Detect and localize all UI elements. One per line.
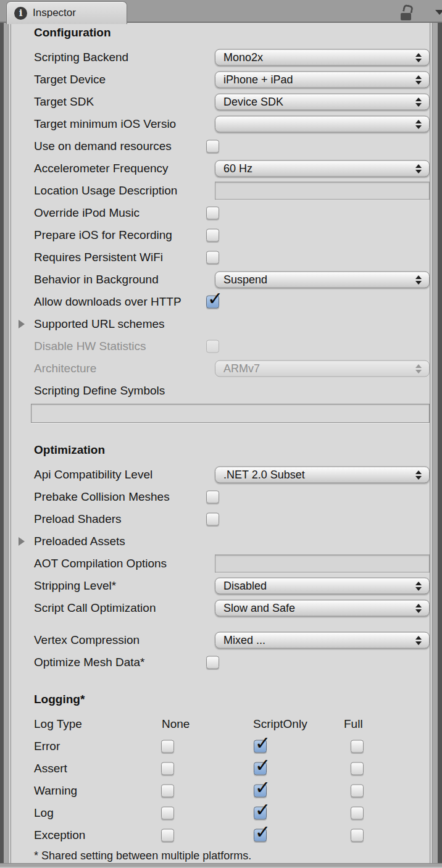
log-none-checkbox[interactable] [161, 807, 174, 820]
dropdown-arrows-icon [415, 582, 422, 591]
field-label: Location Usage Description [34, 184, 177, 198]
lock-body [401, 13, 411, 20]
lock-icon[interactable] [399, 5, 412, 20]
unity-inspector-window: { "icons": { "info": "i", "check": "✓" }… [0, 0, 442, 868]
error-none-checkbox[interactable] [161, 740, 174, 753]
row-target-sdk: Target SDK Device SDK [11, 91, 430, 113]
check-icon: ✓ [255, 801, 270, 819]
check-icon: ✓ [255, 756, 270, 775]
row-override-ipod: Override iPod Music [11, 202, 430, 224]
warning-scriptonly-checkbox[interactable]: ✓ [254, 785, 267, 798]
field-label: Prebake Collision Meshes [34, 490, 170, 504]
optimize-mesh-checkbox[interactable] [206, 656, 219, 669]
log-type-label: Log [34, 806, 54, 820]
field-label: Target Device [34, 73, 106, 86]
override-ipod-checkbox[interactable] [206, 207, 219, 220]
warning-none-checkbox[interactable] [161, 785, 174, 798]
logging-header-row: Log Type None ScriptOnly Full [11, 713, 430, 735]
row-aot-options: AOT Compilation Options [11, 553, 430, 575]
dropdown-value: Device SDK [223, 96, 283, 109]
check-icon: ✓ [255, 734, 270, 753]
window-frame-bottom [0, 863, 442, 868]
location-usage-input[interactable] [215, 182, 430, 200]
error-full-checkbox[interactable] [351, 740, 364, 753]
section-title: Configuration [34, 26, 111, 40]
script-call-dropdown[interactable]: Slow and Safe [215, 600, 430, 617]
api-compatibility-dropdown[interactable]: .NET 2.0 Subset [215, 467, 430, 483]
field-label: Scripting Define Symbols [34, 384, 165, 398]
logging-row-assert: Assert ✓ [11, 757, 430, 780]
log-scriptonly-checkbox[interactable]: ✓ [254, 807, 267, 820]
accelerometer-frequency-dropdown[interactable]: 60 Hz [215, 161, 430, 177]
check-icon: ✓ [255, 778, 270, 797]
field-label: Prepare iOS for Recording [34, 228, 172, 242]
row-vertex-compression: Vertex Compression Mixed ... [11, 629, 430, 651]
aot-options-input[interactable] [215, 555, 430, 573]
vertex-compression-dropdown[interactable]: Mixed ... [215, 632, 430, 649]
scripting-backend-dropdown[interactable]: Mono2x [215, 49, 430, 66]
assert-none-checkbox[interactable] [161, 762, 174, 775]
field-label: Accelerometer Frequency [34, 162, 169, 175]
logging-row-error: Error ✓ [11, 735, 430, 757]
preload-shaders-checkbox[interactable] [206, 513, 219, 526]
field-label: Script Call Optimization [34, 601, 156, 615]
prepare-recording-checkbox[interactable] [206, 229, 219, 242]
warning-full-checkbox[interactable] [351, 785, 364, 798]
check-icon: ✓ [207, 290, 223, 308]
field-label: Requires Persistent WiFi [34, 251, 163, 264]
row-stripping-level: Stripping Level* Disabled [11, 575, 430, 597]
row-prepare-recording: Prepare iOS for Recording [11, 224, 430, 246]
log-type-label: Assert [34, 762, 67, 775]
foldout-arrow-icon[interactable] [19, 320, 25, 328]
field-label: AOT Compilation Options [34, 557, 167, 570]
log-type-label: Exception [34, 828, 85, 842]
persistent-wifi-checkbox[interactable] [206, 251, 219, 264]
prebake-checkbox[interactable] [206, 491, 219, 504]
section-title: Logging* [34, 693, 85, 706]
row-scripting-backend: Scripting Backend Mono2x [11, 46, 430, 69]
foldout-label[interactable]: Preloaded Assets [34, 535, 125, 548]
stripping-level-dropdown[interactable]: Disabled [215, 578, 430, 595]
assert-scriptonly-checkbox[interactable]: ✓ [254, 762, 267, 775]
dropdown-arrows-icon [415, 98, 422, 107]
log-full-checkbox[interactable] [351, 807, 364, 820]
field-label: Override iPod Music [34, 206, 140, 220]
dropdown-value: Mono2x [223, 51, 263, 64]
allow-http-checkbox[interactable]: ✓ [206, 296, 219, 309]
dropdown-value: Slow and Safe [223, 602, 295, 615]
row-persistent-wifi: Requires Persistent WiFi [11, 246, 430, 269]
row-define-symbols-label: Scripting Define Symbols [11, 380, 430, 402]
dropdown-arrows-icon [415, 164, 422, 173]
exception-full-checkbox[interactable] [351, 829, 364, 842]
row-architecture: Architecture ARMv7 [11, 357, 430, 380]
pane-menu-icon[interactable] [435, 10, 442, 15]
dropdown-arrows-icon [415, 120, 422, 129]
exception-none-checkbox[interactable] [161, 829, 174, 842]
target-min-ios-dropdown[interactable] [215, 116, 430, 133]
column-header-scriptonly: ScriptOnly [253, 717, 307, 731]
dropdown-value: Mixed ... [223, 634, 265, 647]
use-on-demand-checkbox[interactable] [206, 140, 219, 153]
tab-title: Inspector [33, 7, 76, 19]
target-sdk-dropdown[interactable]: Device SDK [215, 94, 430, 111]
foldout-label[interactable]: Supported URL schemes [34, 317, 165, 331]
tab-inspector[interactable]: i Inspector [6, 1, 127, 24]
target-device-dropdown[interactable]: iPhone + iPad [215, 72, 430, 88]
field-label: Vertex Compression [34, 633, 140, 647]
behavior-in-background-dropdown[interactable]: Suspend [215, 272, 430, 288]
field-label: Target SDK [34, 95, 94, 109]
info-icon: i [14, 7, 27, 20]
column-header-full: Full [344, 717, 363, 731]
dropdown-value: Suspend [223, 273, 267, 286]
foldout-arrow-icon[interactable] [19, 537, 25, 546]
row-preloaded-assets: Preloaded Assets [11, 530, 430, 553]
error-scriptonly-checkbox[interactable]: ✓ [254, 740, 267, 753]
column-header-none: None [162, 717, 190, 731]
footnote-text: * Shared setting between multiple platfo… [34, 849, 251, 862]
field-label: Stripping Level* [34, 579, 116, 593]
exception-scriptonly-checkbox[interactable]: ✓ [254, 829, 267, 842]
logging-row-log: Log ✓ [11, 802, 430, 824]
section-logging: Logging* [11, 688, 430, 711]
assert-full-checkbox[interactable] [351, 762, 364, 775]
scripting-define-symbols-input[interactable] [31, 404, 430, 423]
